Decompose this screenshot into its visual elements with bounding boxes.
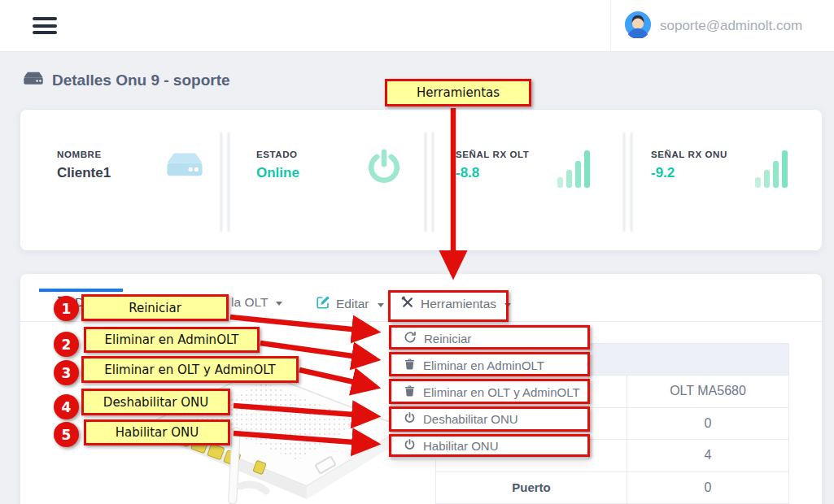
status-value: Online — [256, 165, 299, 181]
step-badge-5: 5 — [54, 422, 79, 447]
status-item-nombre: NOMBRE Cliente1 — [57, 150, 111, 181]
divider — [422, 133, 434, 232]
highlight-box-reiniciar — [389, 325, 590, 350]
status-label: SEÑAL RX ONU — [651, 150, 727, 159]
status-label: NOMBRE — [57, 150, 111, 159]
step-badge-1: 1 — [54, 296, 79, 321]
highlight-box-eliminar-olt-adminolt — [389, 379, 590, 404]
user-menu[interactable]: soporte@adminolt.com — [610, 0, 822, 51]
user-avatar — [624, 11, 652, 41]
divider — [621, 133, 632, 232]
step-badge-4: 4 — [54, 394, 79, 419]
callout-label: Herramientas — [417, 85, 500, 100]
status-label: ESTADO — [256, 150, 299, 159]
menu-toggle-icon[interactable] — [33, 17, 57, 34]
page-title-row: Detalles Onu 9 - soporte — [23, 71, 230, 89]
callout-label: Eliminar en AdminOLT — [105, 332, 239, 347]
status-value: Cliente1 — [57, 165, 111, 181]
onu-device-icon — [23, 71, 44, 89]
chevron-down-icon — [276, 302, 282, 306]
divider — [218, 133, 229, 232]
user-email: soporte@adminolt.com — [660, 18, 802, 34]
highlight-box-deshabilitar-onu — [389, 406, 590, 432]
step-badge-2: 2 — [54, 332, 79, 357]
status-value: -9.2 — [651, 165, 727, 181]
status-value: -8.8 — [456, 165, 529, 181]
button-label: Editar — [336, 297, 369, 311]
status-label: SEÑAL RX OLT — [456, 150, 529, 159]
callout-reiniciar: Reiniciar — [81, 294, 229, 321]
callout-label: Habilitar ONU — [116, 425, 199, 440]
info-row-value: 0 — [627, 408, 788, 440]
callout-label: Reiniciar — [129, 301, 181, 315]
highlight-box-habilitar-onu — [389, 434, 590, 457]
callout-eliminar-adminolt: Eliminar en AdminOLT — [84, 327, 260, 353]
app-screen: soporte@adminolt.com Detalles Onu 9 - so… — [0, 0, 834, 504]
chevron-down-icon — [378, 303, 384, 307]
edit-icon — [316, 295, 330, 313]
power-icon — [365, 147, 404, 191]
info-row-value: OLT MA5680 — [627, 376, 788, 407]
active-tab-indicator — [39, 289, 123, 292]
status-item-estado: ESTADO Online — [256, 150, 299, 181]
highlight-box-herramientas-button — [388, 290, 509, 322]
onu-device-icon — [165, 150, 204, 183]
callout-deshabilitar-onu: Deshabilitar ONU — [81, 389, 230, 415]
step-badge-3: 3 — [54, 360, 79, 385]
editar-button[interactable]: Editar — [316, 295, 384, 313]
callout-eliminar-olt-adminolt: Eliminar en OLT y AdminOLT — [81, 356, 299, 383]
callout-habilitar-onu: Habilitar ONU — [84, 419, 230, 445]
highlight-box-eliminar-adminolt — [389, 352, 590, 376]
page-title: Detalles Onu 9 - soporte — [52, 72, 230, 89]
status-item-senal-rx-onu: SEÑAL RX ONU -9.2 — [651, 150, 727, 181]
signal-bars-icon — [557, 150, 590, 188]
callout-herramientas: Herramientas — [385, 79, 531, 106]
onu-status-card: NOMBRE Cliente1 ESTADO Online SEÑAL RX O… — [20, 110, 822, 250]
info-row-label: Puerto — [436, 472, 627, 504]
info-row-value: 0 — [627, 472, 788, 504]
signal-bars-icon — [755, 150, 788, 188]
callout-label: Eliminar en OLT y AdminOLT — [104, 363, 275, 377]
top-navbar: soporte@adminolt.com — [0, 0, 834, 51]
status-item-senal-rx-olt: SEÑAL RX OLT -8.8 — [456, 150, 529, 181]
info-row-value: 4 — [627, 440, 788, 471]
table-row: Puerto 0 — [436, 471, 788, 504]
callout-label: Deshabilitar ONU — [103, 395, 208, 410]
